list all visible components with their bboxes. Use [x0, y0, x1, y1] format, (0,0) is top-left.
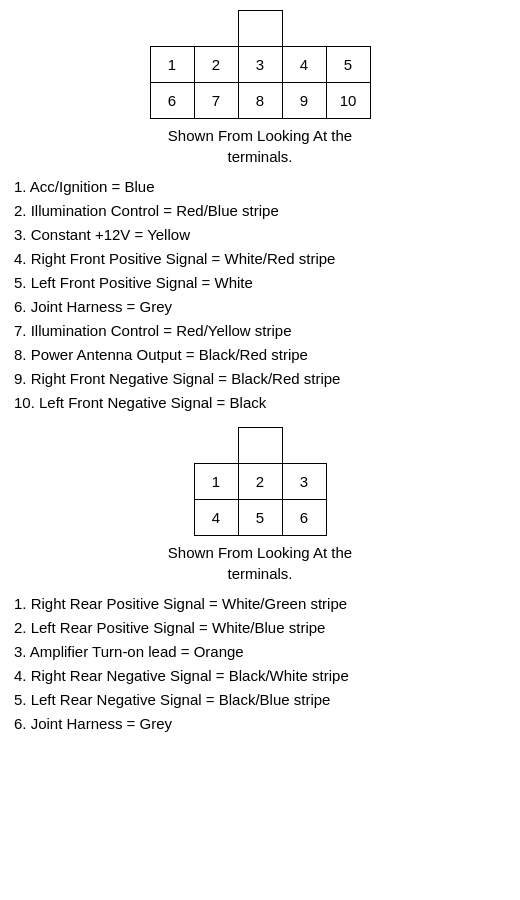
pin-item: 1. Acc/Ignition = Blue	[14, 175, 510, 199]
cell-1-10: 10	[326, 83, 370, 119]
pin-item: 2. Left Rear Positive Signal = White/Blu…	[14, 616, 510, 640]
cell-1-3: 3	[238, 47, 282, 83]
cell-2-3: 3	[282, 464, 326, 500]
pin-item: 5. Left Rear Negative Signal = Black/Blu…	[14, 688, 510, 712]
caption-2: Shown From Looking At theterminals.	[10, 542, 510, 584]
pin-item: 7. Illumination Control = Red/Yellow str…	[14, 319, 510, 343]
pin-item: 3. Constant +12V = Yellow	[14, 223, 510, 247]
cell-2-1: 1	[194, 464, 238, 500]
pin-list-2: 1. Right Rear Positive Signal = White/Gr…	[10, 592, 510, 736]
cell-2-4: 4	[194, 500, 238, 536]
cell-2-6: 6	[282, 500, 326, 536]
pin-item: 10. Left Front Negative Signal = Black	[14, 391, 510, 415]
pin-item: 6. Joint Harness = Grey	[14, 712, 510, 736]
connector-table-2: 1 2 3 4 5 6	[194, 427, 327, 536]
pin-item: 2. Illumination Control = Red/Blue strip…	[14, 199, 510, 223]
cell-1-8: 8	[238, 83, 282, 119]
pin-item: 3. Amplifier Turn-on lead = Orange	[14, 640, 510, 664]
cell-1-6: 6	[150, 83, 194, 119]
table-wrapper-2: 1 2 3 4 5 6	[10, 427, 510, 536]
cell-1-4: 4	[282, 47, 326, 83]
cell-1-7: 7	[194, 83, 238, 119]
cell-1-1: 1	[150, 47, 194, 83]
cell-2-2: 2	[238, 464, 282, 500]
pin-item: 6. Joint Harness = Grey	[14, 295, 510, 319]
pin-item: 5. Left Front Positive Signal = White	[14, 271, 510, 295]
cell-1-9: 9	[282, 83, 326, 119]
pin-list-1: 1. Acc/Ignition = Blue 2. Illumination C…	[10, 175, 510, 415]
pin-item: 8. Power Antenna Output = Black/Red stri…	[14, 343, 510, 367]
connector-table-1: 1 2 3 4 5 6 7 8 9 10	[150, 10, 371, 119]
cell-1-5: 5	[326, 47, 370, 83]
cell-1-2: 2	[194, 47, 238, 83]
pin-item: 4. Right Rear Negative Signal = Black/Wh…	[14, 664, 510, 688]
connector-section-1: 1 2 3 4 5 6 7 8 9 10 Shown From Looking …	[10, 10, 510, 415]
pin-item: 9. Right Front Negative Signal = Black/R…	[14, 367, 510, 391]
pin-item: 4. Right Front Positive Signal = White/R…	[14, 247, 510, 271]
caption-1: Shown From Looking At theterminals.	[10, 125, 510, 167]
table-wrapper-1: 1 2 3 4 5 6 7 8 9 10	[10, 10, 510, 119]
connector-section-2: 1 2 3 4 5 6 Shown From Looking At theter…	[10, 427, 510, 736]
cell-2-5: 5	[238, 500, 282, 536]
pin-item: 1. Right Rear Positive Signal = White/Gr…	[14, 592, 510, 616]
